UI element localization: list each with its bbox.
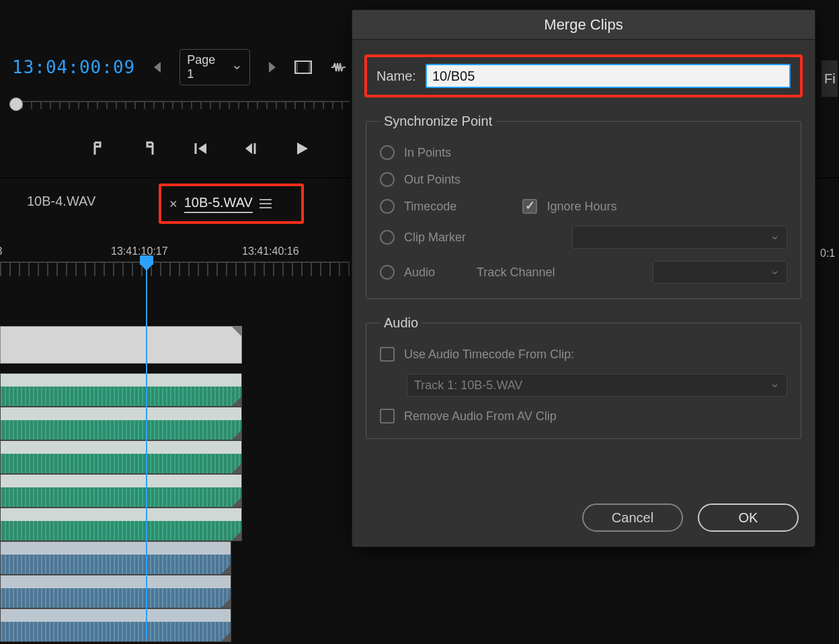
radio-clip-marker[interactable]	[380, 230, 395, 245]
radio-timecode[interactable]	[380, 199, 395, 214]
name-input[interactable]	[426, 64, 791, 88]
page-select-label: Page 1	[187, 53, 225, 81]
dialog-title: Merge Clips	[352, 10, 815, 40]
track-channel-select[interactable]	[653, 261, 787, 284]
active-tab-highlight: × 10B-5.WAV	[159, 184, 304, 224]
current-timecode: 13:04:00:09	[12, 57, 135, 77]
cancel-button[interactable]: Cancel	[582, 504, 683, 532]
video-clip[interactable]	[0, 326, 242, 364]
page-select[interactable]: Page 1	[179, 49, 250, 85]
playhead[interactable]	[146, 262, 147, 639]
radio-in-points[interactable]	[380, 145, 395, 160]
synchronize-point-group: Synchronize Point In Points Out Points T…	[366, 114, 801, 299]
tab-active[interactable]: 10B-5.WAV	[184, 195, 253, 213]
chevron-down-icon	[231, 59, 243, 75]
chevron-down-icon	[770, 230, 780, 245]
play-button[interactable]	[292, 138, 313, 159]
check-use-audio-timecode[interactable]	[380, 347, 395, 362]
clip-marker-select[interactable]	[572, 226, 787, 249]
mark-in-button[interactable]	[87, 138, 109, 159]
out-points-label: Out Points	[404, 173, 461, 187]
chevron-down-icon	[770, 378, 780, 393]
transport-controls	[87, 138, 313, 159]
synchronize-point-legend: Synchronize Point	[380, 114, 496, 129]
name-label: Name:	[376, 69, 416, 84]
navigator-ruler[interactable]	[0, 101, 350, 125]
filmstrip-icon[interactable]	[294, 61, 312, 74]
ok-button[interactable]: OK	[698, 504, 799, 532]
use-audio-timecode-label: Use Audio Timecode From Clip:	[404, 348, 574, 362]
audio-clip[interactable]	[0, 508, 242, 541]
remove-audio-label: Remove Audio From AV Clip	[404, 409, 557, 424]
audio-option-label: Audio	[404, 266, 435, 280]
svg-rect-1	[295, 61, 298, 73]
prev-page-icon[interactable]	[154, 62, 161, 73]
radio-out-points[interactable]	[380, 172, 395, 187]
navigator-handle[interactable]	[9, 97, 23, 111]
audio-track-select[interactable]: Track 1: 10B-5.WAV	[407, 374, 787, 397]
in-points-label: In Points	[404, 146, 451, 160]
audio-legend: Audio	[380, 315, 422, 331]
right-panel-timecode: 0:1	[820, 247, 835, 259]
ignore-hours-label: Ignore Hours	[547, 200, 616, 214]
ruler-label: 13:41:40:16	[242, 245, 299, 257]
audio-clip[interactable]	[0, 440, 242, 474]
close-icon[interactable]: ×	[169, 196, 177, 212]
timecode-label: Timecode	[404, 200, 456, 214]
mark-out-button[interactable]	[138, 138, 160, 159]
svg-rect-2	[309, 61, 311, 73]
track-channel-label: Track Channel	[477, 266, 555, 280]
merge-clips-dialog: Merge Clips Name: Synchronize Point In P…	[352, 9, 815, 547]
tab-menu-icon[interactable]	[259, 199, 272, 208]
audio-clip[interactable]	[0, 407, 242, 440]
check-ignore-hours[interactable]	[522, 199, 537, 214]
audio-clip[interactable]	[0, 541, 231, 575]
audio-clip[interactable]	[0, 373, 242, 407]
ruler-label: 0:40:18	[0, 245, 2, 257]
waveform-icon[interactable]	[331, 61, 350, 74]
audio-group: Audio Use Audio Timecode From Clip: Trac…	[366, 315, 801, 439]
check-remove-audio[interactable]	[380, 409, 395, 424]
right-panel-button[interactable]: Fi	[822, 61, 838, 97]
audio-clip[interactable]	[0, 575, 231, 608]
clip-marker-label: Clip Marker	[404, 231, 466, 245]
name-field-highlight: Name:	[364, 54, 803, 97]
radio-audio[interactable]	[380, 265, 395, 280]
audio-track-select-value: Track 1: 10B-5.WAV	[414, 378, 522, 393]
go-to-in-button[interactable]	[190, 138, 211, 159]
tab-inactive[interactable]: 10B-4.WAV	[27, 194, 95, 209]
audio-clip[interactable]	[0, 608, 231, 642]
right-panel-button-label: Fi	[824, 71, 836, 87]
next-page-icon[interactable]	[269, 62, 276, 73]
chevron-down-icon	[770, 265, 780, 280]
audio-clip[interactable]	[0, 474, 242, 508]
step-back-button[interactable]	[241, 138, 262, 159]
